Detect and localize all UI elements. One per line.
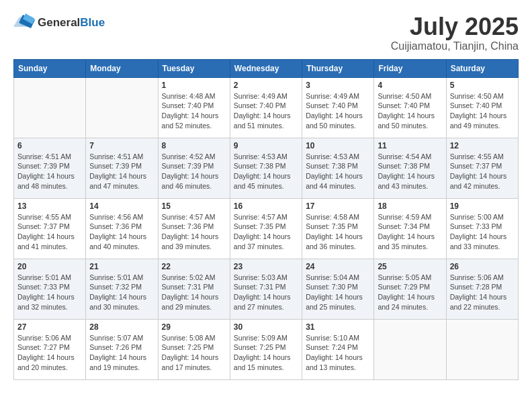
page-header: General Blue July 2025 Cuijiamatou, Tian… <box>13 13 519 52</box>
day-info: Sunrise: 5:02 AMSunset: 7:31 PMDaylight:… <box>162 273 226 312</box>
calendar-cell: 13Sunrise: 4:55 AMSunset: 7:37 PMDayligh… <box>14 198 86 259</box>
day-number: 24 <box>306 262 370 271</box>
day-info: Sunrise: 4:48 AMSunset: 7:40 PMDaylight:… <box>162 91 226 131</box>
calendar-cell: 17Sunrise: 4:58 AMSunset: 7:35 PMDayligh… <box>302 198 374 259</box>
weekday-header-saturday: Saturday <box>446 59 518 77</box>
day-info: Sunrise: 4:53 AMSunset: 7:38 PMDaylight:… <box>306 152 370 191</box>
day-info: Sunrise: 5:04 AMSunset: 7:30 PMDaylight:… <box>306 273 370 312</box>
calendar-cell: 29Sunrise: 5:08 AMSunset: 7:25 PMDayligh… <box>158 319 230 379</box>
day-info: Sunrise: 5:03 AMSunset: 7:31 PMDaylight:… <box>234 273 298 312</box>
day-number: 22 <box>162 262 226 271</box>
day-info: Sunrise: 5:00 AMSunset: 7:33 PMDaylight:… <box>450 212 515 252</box>
day-info: Sunrise: 4:49 AMSunset: 7:40 PMDaylight:… <box>306 91 370 131</box>
day-number: 30 <box>234 322 298 332</box>
day-info: Sunrise: 5:06 AMSunset: 7:28 PMDaylight:… <box>450 273 515 312</box>
day-number: 16 <box>234 201 298 211</box>
location: Cuijiamatou, Tianjin, China <box>391 40 519 52</box>
calendar-cell: 26Sunrise: 5:06 AMSunset: 7:28 PMDayligh… <box>446 259 518 319</box>
day-number: 14 <box>89 201 154 211</box>
calendar-week-row: 1Sunrise: 4:48 AMSunset: 7:40 PMDaylight… <box>14 77 519 138</box>
day-info: Sunrise: 4:51 AMSunset: 7:39 PMDaylight:… <box>89 152 154 191</box>
weekday-header-friday: Friday <box>374 59 446 77</box>
calendar-cell <box>14 77 86 138</box>
weekday-header-thursday: Thursday <box>302 59 374 77</box>
calendar-cell: 25Sunrise: 5:05 AMSunset: 7:29 PMDayligh… <box>374 259 446 319</box>
calendar-cell: 1Sunrise: 4:48 AMSunset: 7:40 PMDaylight… <box>158 77 230 138</box>
calendar-cell: 31Sunrise: 5:10 AMSunset: 7:24 PMDayligh… <box>302 319 374 379</box>
day-number: 29 <box>162 322 226 332</box>
calendar-week-row: 6Sunrise: 4:51 AMSunset: 7:39 PMDaylight… <box>14 138 519 198</box>
calendar-week-row: 20Sunrise: 5:01 AMSunset: 7:33 PMDayligh… <box>14 259 519 319</box>
day-info: Sunrise: 4:57 AMSunset: 7:36 PMDaylight:… <box>162 212 226 252</box>
calendar-week-row: 13Sunrise: 4:55 AMSunset: 7:37 PMDayligh… <box>14 198 519 259</box>
day-number: 17 <box>306 201 370 211</box>
day-number: 3 <box>306 81 370 90</box>
calendar-cell: 20Sunrise: 5:01 AMSunset: 7:33 PMDayligh… <box>14 259 86 319</box>
day-number: 20 <box>17 262 82 271</box>
calendar-cell: 23Sunrise: 5:03 AMSunset: 7:31 PMDayligh… <box>230 259 302 319</box>
day-number: 28 <box>89 322 154 332</box>
day-info: Sunrise: 5:10 AMSunset: 7:24 PMDaylight:… <box>306 333 370 373</box>
day-info: Sunrise: 5:01 AMSunset: 7:33 PMDaylight:… <box>17 273 82 312</box>
day-number: 19 <box>450 201 515 211</box>
calendar-cell: 3Sunrise: 4:49 AMSunset: 7:40 PMDaylight… <box>302 77 374 138</box>
day-number: 9 <box>234 141 298 150</box>
day-info: Sunrise: 4:51 AMSunset: 7:39 PMDaylight:… <box>17 152 82 191</box>
calendar-cell: 11Sunrise: 4:54 AMSunset: 7:38 PMDayligh… <box>374 138 446 198</box>
day-info: Sunrise: 5:08 AMSunset: 7:25 PMDaylight:… <box>162 333 226 373</box>
day-info: Sunrise: 4:55 AMSunset: 7:37 PMDaylight:… <box>450 152 515 191</box>
day-number: 21 <box>89 262 154 271</box>
calendar-cell: 2Sunrise: 4:49 AMSunset: 7:40 PMDaylight… <box>230 77 302 138</box>
calendar-cell: 10Sunrise: 4:53 AMSunset: 7:38 PMDayligh… <box>302 138 374 198</box>
day-number: 18 <box>378 201 442 211</box>
calendar-cell: 14Sunrise: 4:56 AMSunset: 7:36 PMDayligh… <box>86 198 158 259</box>
day-info: Sunrise: 4:58 AMSunset: 7:35 PMDaylight:… <box>306 212 370 252</box>
calendar-cell: 9Sunrise: 4:53 AMSunset: 7:38 PMDaylight… <box>230 138 302 198</box>
day-info: Sunrise: 5:07 AMSunset: 7:26 PMDaylight:… <box>89 333 154 373</box>
calendar-cell: 19Sunrise: 5:00 AMSunset: 7:33 PMDayligh… <box>446 198 518 259</box>
logo-blue: Blue <box>80 16 105 30</box>
weekday-header-sunday: Sunday <box>14 59 86 77</box>
month-title: July 2025 <box>391 13 519 40</box>
weekday-header-wednesday: Wednesday <box>230 59 302 77</box>
day-number: 27 <box>17 322 82 332</box>
weekday-header-monday: Monday <box>86 59 158 77</box>
calendar-cell: 18Sunrise: 4:59 AMSunset: 7:34 PMDayligh… <box>374 198 446 259</box>
day-number: 15 <box>162 201 226 211</box>
day-info: Sunrise: 5:05 AMSunset: 7:29 PMDaylight:… <box>378 273 442 312</box>
calendar-cell: 5Sunrise: 4:50 AMSunset: 7:40 PMDaylight… <box>446 77 518 138</box>
day-number: 1 <box>162 81 226 90</box>
calendar-cell: 27Sunrise: 5:06 AMSunset: 7:27 PMDayligh… <box>14 319 86 379</box>
day-number: 2 <box>234 81 298 90</box>
calendar-cell: 16Sunrise: 4:57 AMSunset: 7:35 PMDayligh… <box>230 198 302 259</box>
day-number: 25 <box>378 262 442 271</box>
day-number: 4 <box>378 81 442 90</box>
day-info: Sunrise: 4:50 AMSunset: 7:40 PMDaylight:… <box>378 91 442 131</box>
weekday-header-tuesday: Tuesday <box>158 59 230 77</box>
day-number: 7 <box>89 141 154 150</box>
calendar-cell: 15Sunrise: 4:57 AMSunset: 7:36 PMDayligh… <box>158 198 230 259</box>
day-info: Sunrise: 4:59 AMSunset: 7:34 PMDaylight:… <box>378 212 442 252</box>
calendar-cell: 30Sunrise: 5:09 AMSunset: 7:25 PMDayligh… <box>230 319 302 379</box>
calendar-cell <box>86 77 158 138</box>
day-info: Sunrise: 4:54 AMSunset: 7:38 PMDaylight:… <box>378 152 442 191</box>
day-info: Sunrise: 4:56 AMSunset: 7:36 PMDaylight:… <box>89 212 154 252</box>
calendar-table: SundayMondayTuesdayWednesdayThursdayFrid… <box>13 59 519 380</box>
day-info: Sunrise: 5:09 AMSunset: 7:25 PMDaylight:… <box>234 333 298 373</box>
day-number: 26 <box>450 262 515 271</box>
calendar-week-row: 27Sunrise: 5:06 AMSunset: 7:27 PMDayligh… <box>14 319 519 379</box>
day-info: Sunrise: 4:50 AMSunset: 7:40 PMDaylight:… <box>450 91 515 131</box>
calendar-cell: 12Sunrise: 4:55 AMSunset: 7:37 PMDayligh… <box>446 138 518 198</box>
title-area: July 2025 Cuijiamatou, Tianjin, China <box>391 13 519 52</box>
day-info: Sunrise: 4:49 AMSunset: 7:40 PMDaylight:… <box>234 91 298 131</box>
calendar-cell <box>374 319 446 379</box>
weekday-header-row: SundayMondayTuesdayWednesdayThursdayFrid… <box>14 59 519 77</box>
day-info: Sunrise: 5:01 AMSunset: 7:32 PMDaylight:… <box>89 273 154 312</box>
logo: General Blue <box>13 13 105 32</box>
day-number: 11 <box>378 141 442 150</box>
calendar-cell: 21Sunrise: 5:01 AMSunset: 7:32 PMDayligh… <box>86 259 158 319</box>
calendar-cell: 4Sunrise: 4:50 AMSunset: 7:40 PMDaylight… <box>374 77 446 138</box>
day-number: 5 <box>450 81 515 90</box>
day-number: 31 <box>306 322 370 332</box>
calendar-cell <box>446 319 518 379</box>
